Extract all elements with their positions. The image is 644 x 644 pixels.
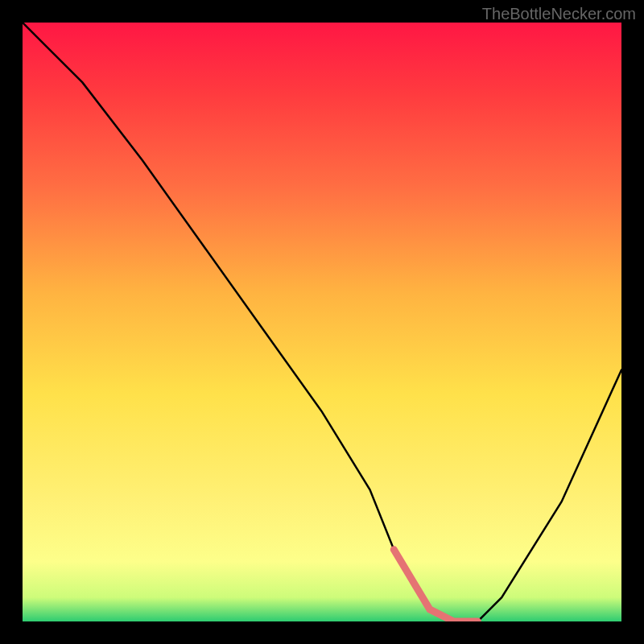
bottleneck-curve <box>23 23 621 621</box>
optimal-range-highlight <box>394 550 477 621</box>
chart-container: TheBottleNecker.com <box>0 0 644 644</box>
watermark-text: TheBottleNecker.com <box>482 5 636 23</box>
curve-layer <box>23 23 621 621</box>
plot-area <box>23 23 621 621</box>
